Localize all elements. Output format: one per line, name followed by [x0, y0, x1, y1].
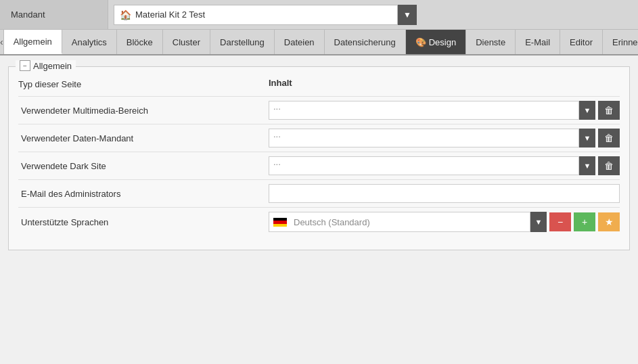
tab-erinnerungen[interactable]: Erinner...: [603, 30, 638, 54]
tab-cluster[interactable]: Cluster: [163, 30, 210, 54]
row-email-admin: E-Mail des Administrators: [18, 179, 620, 207]
lang-select-wrapper: Deutsch (Standard) ▼: [269, 212, 547, 232]
delete-daten-mandant-button[interactable]: 🗑: [598, 129, 620, 147]
delete-dark-site-button[interactable]: 🗑: [598, 156, 620, 175]
section-title: Allgemein: [33, 61, 72, 71]
value-multimedia: ... ▼ 🗑: [269, 101, 620, 120]
value-dark-site: ... ▼ 🗑: [269, 156, 620, 175]
dropdown-arrow-icon: ▼: [535, 218, 543, 226]
lang-value: Deutsch (Standard): [294, 217, 370, 227]
delete-multimedia-button[interactable]: 🗑: [598, 101, 620, 120]
value-sprachen: Deutsch (Standard) ▼ − + ★: [269, 212, 620, 232]
form-header: Typ dieser Seite Inhalt: [18, 74, 620, 93]
tab-datensicherung[interactable]: Datensicherung: [325, 30, 406, 54]
dropdown-arrow-icon: ▼: [584, 106, 591, 114]
remove-lang-button[interactable]: −: [549, 212, 571, 231]
home-icon: 🏠: [120, 9, 131, 20]
flag-de-icon: [273, 218, 287, 227]
lang-dropdown-button[interactable]: ▼: [530, 212, 547, 232]
row-dark-site: Verwendete Dark Site ... ▼ 🗑: [18, 152, 620, 179]
top-bar: Mandant 🏠 Material Kit 2 Test ▼: [0, 0, 638, 30]
site-selector: 🏠 Material Kit 2 Test ▼: [108, 0, 638, 29]
select-daten-mandant-input[interactable]: ...: [269, 129, 579, 147]
site-name: Material Kit 2 Test: [135, 9, 205, 20]
trash-icon: 🗑: [604, 105, 614, 116]
value-email-admin: [269, 184, 620, 203]
plus-icon: +: [582, 217, 587, 227]
header-value: Inhalt: [269, 78, 620, 89]
tab-editor[interactable]: Editor: [560, 30, 603, 54]
select-multimedia-dropdown[interactable]: ▼: [579, 101, 595, 120]
mandant-label: Mandant: [0, 0, 108, 29]
row-sprachen: Unterstützte Sprachen Deutsch (Standard)…: [18, 207, 620, 236]
select-dark-site-input[interactable]: ...: [269, 156, 579, 175]
tab-darstellung[interactable]: Darstellung: [210, 30, 275, 54]
section-box: − Allgemein Typ dieser Seite Inhalt Verw…: [8, 66, 630, 250]
header-label: Typ dieser Seite: [18, 78, 269, 89]
section-legend: − Allgemein: [16, 60, 76, 71]
tab-bloecke[interactable]: Blöcke: [117, 30, 163, 54]
label-daten-mandant: Verwendeter Daten-Mandant: [18, 133, 269, 143]
tab-email[interactable]: E-Mail: [516, 30, 560, 54]
lang-select-input[interactable]: Deutsch (Standard): [269, 212, 530, 232]
minus-icon: −: [557, 217, 563, 227]
design-tab-icon: 🎨: [415, 37, 426, 47]
dropdown-arrow-icon: ▼: [403, 10, 411, 20]
dropdown-arrow-icon: ▼: [584, 134, 591, 142]
label-multimedia: Verwendeter Multimedia-Bereich: [18, 106, 269, 116]
add-lang-button[interactable]: +: [574, 212, 595, 231]
select-daten-mandant-dropdown[interactable]: ▼: [579, 129, 595, 147]
collapse-icon: −: [23, 62, 27, 70]
select-multimedia-input[interactable]: ...: [269, 101, 579, 120]
tab-allgemein[interactable]: Allgemein: [4, 30, 62, 54]
label-sprachen: Unterstützte Sprachen: [18, 217, 269, 227]
tab-dienste[interactable]: Dienste: [466, 30, 516, 54]
select-dark-site-wrapper: ... ▼: [269, 156, 595, 175]
content-area: − Allgemein Typ dieser Seite Inhalt Verw…: [0, 55, 638, 364]
tab-analytics[interactable]: Analytics: [62, 30, 117, 54]
trash-icon: 🗑: [604, 133, 614, 143]
trash-icon: 🗑: [604, 160, 614, 171]
tab-design[interactable]: 🎨 Design: [406, 30, 466, 54]
dropdown-arrow-icon: ▼: [584, 162, 591, 170]
site-dropdown-button[interactable]: ▼: [398, 5, 417, 25]
label-email-admin: E-Mail des Administrators: [18, 189, 269, 199]
star-lang-button[interactable]: ★: [598, 212, 620, 231]
mandant-text: Mandant: [11, 9, 45, 20]
site-select-box[interactable]: 🏠 Material Kit 2 Test: [114, 5, 398, 25]
tab-bar: ‹ Allgemein Analytics Blöcke Cluster Dar…: [0, 30, 638, 55]
input-email-admin[interactable]: [269, 184, 620, 203]
select-dark-site-dropdown[interactable]: ▼: [579, 156, 595, 175]
row-daten-mandant: Verwendeter Daten-Mandant ... ▼ 🗑: [18, 124, 620, 152]
star-icon: ★: [605, 217, 614, 227]
label-dark-site: Verwendete Dark Site: [18, 161, 269, 171]
value-daten-mandant: ... ▼ 🗑: [269, 129, 620, 147]
select-multimedia-wrapper: ... ▼: [269, 101, 595, 120]
select-daten-mandant-wrapper: ... ▼: [269, 129, 595, 147]
tab-dateien[interactable]: Dateien: [275, 30, 325, 54]
row-multimedia: Verwendeter Multimedia-Bereich ... ▼ 🗑: [18, 96, 620, 124]
section-collapse-button[interactable]: −: [20, 60, 30, 71]
